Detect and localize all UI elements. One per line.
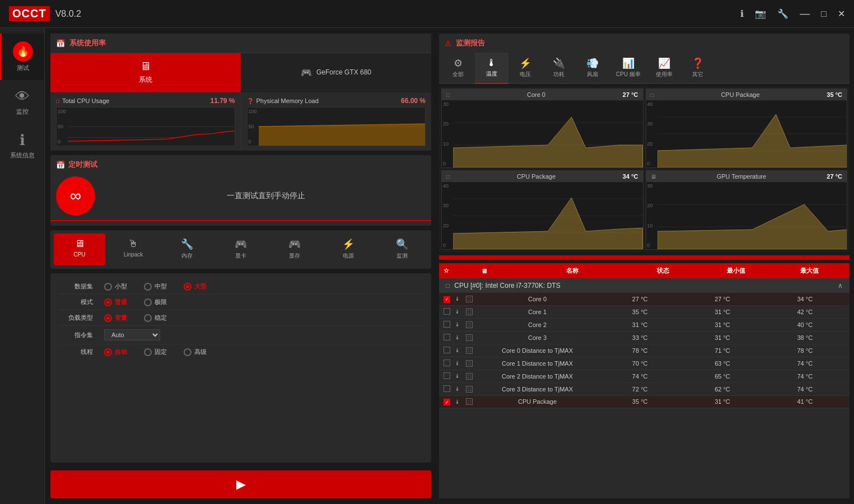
row8-check[interactable]: ✓ (444, 399, 450, 405)
logo: OCCT V8.0.2 (9, 6, 81, 21)
sidebar-item-monitor[interactable]: 👁 监控 (0, 80, 44, 124)
instruction-select[interactable]: Auto (104, 329, 160, 340)
radio-medium[interactable]: 中型 (144, 282, 167, 291)
monitor-tab-other[interactable]: ❓ 其它 (681, 53, 715, 84)
usage-tab-icon: 📈 (658, 57, 670, 69)
radio-advanced-thread-circle (184, 348, 192, 356)
row0-status: 27 °C (600, 296, 680, 302)
system-usage-header: 📅 系统使用率 (50, 34, 431, 53)
row1-icon2[interactable]: □ (466, 309, 473, 315)
row6-check[interactable] (444, 372, 450, 379)
row6-status: 74 °C (600, 373, 680, 380)
row8-min: 31 °C (682, 398, 762, 405)
config-mode: 模式 普通 极限 (59, 295, 422, 310)
test-tab-memory[interactable]: 🔧 内存 (161, 234, 213, 265)
table-row: 🌡 □ Core 1 35 °C 31 °C 42 °C (439, 306, 850, 319)
chart-gpu-temp-header: 🖥 GPU Temperature 27 °C (646, 171, 847, 182)
svg-marker-17 (453, 198, 643, 249)
row4-check[interactable] (444, 347, 450, 353)
row8-icon1: 🌡 (455, 399, 464, 405)
maximize-button[interactable]: □ (821, 9, 827, 19)
monitor-tab-all[interactable]: ⚙ 全部 (441, 53, 475, 84)
row5-check[interactable] (444, 360, 450, 366)
close-button[interactable]: ✕ (838, 8, 845, 19)
row1-status: 35 °C (600, 309, 680, 315)
test-type-tabs: 🖥 CPU 🖱 Linpack 🔧 内存 🎮 显卡 (50, 230, 431, 269)
radio-variable[interactable]: 变量 (104, 314, 127, 322)
table-row: 🌡 □ Core 2 31 °C 31 °C 40 °C (439, 319, 850, 332)
test-tab-gpu[interactable]: 🎮 显卡 (215, 234, 267, 265)
row3-icon2[interactable]: □ (466, 334, 473, 341)
row1-name: Core 1 (477, 309, 598, 315)
monitor-tabs: ⚙ 全部 🌡 温度 ⚡ 电压 🔌 功耗 (439, 53, 850, 84)
row5-icon2[interactable]: □ (466, 360, 473, 367)
chart-cpu-pkg-body: 4030200 (646, 100, 847, 167)
row6-icon2[interactable]: □ (466, 373, 473, 380)
settings-icon[interactable]: 🔧 (777, 8, 788, 19)
infinity-button[interactable]: ∞ (56, 176, 95, 216)
test-tab-monitor[interactable]: 🔍 监测 (376, 234, 428, 265)
radio-auto-thread[interactable]: 自动 (104, 348, 127, 356)
test-tab-linpack[interactable]: 🖱 Linpack (108, 234, 159, 265)
sidebar-label-sysinfo: 系统信息 (10, 151, 35, 160)
monitor-header-icon: ⚠ (445, 39, 451, 48)
right-panel: ⚠ 监测报告 ⚙ 全部 🌡 温度 ⚡ 电压 (437, 28, 854, 504)
row1-check[interactable] (444, 308, 450, 315)
power-tab-icon2: 🔌 (553, 57, 565, 69)
radio-small[interactable]: 小型 (104, 282, 127, 291)
row0-name: Core 0 (477, 296, 598, 302)
radio-extreme-circle (144, 298, 152, 306)
monitor-tab-freq[interactable]: 📊 CPU 频率 (609, 53, 647, 84)
row2-check[interactable] (444, 321, 450, 328)
mem-load-chart: 100500 (247, 107, 426, 146)
row4-icon2[interactable]: □ (466, 347, 473, 354)
start-button[interactable]: ▶ (50, 470, 431, 498)
radio-normal[interactable]: 普通 (104, 298, 127, 306)
monitor-tab-fan[interactable]: 💨 风扇 (576, 53, 609, 84)
row2-icon2[interactable]: □ (466, 321, 473, 328)
system-usage-section: 📅 系统使用率 🖥 系统 🎮 GeForce GTX 680 (50, 34, 431, 151)
monitor-tab-usage[interactable]: 📈 使用率 (647, 53, 681, 84)
row4-status: 78 °C (600, 347, 680, 354)
sidebar-label-monitor: 监控 (16, 108, 29, 116)
power-tab-icon: ⚡ (342, 238, 354, 250)
col-fav-header: ☆ (444, 267, 479, 274)
radio-extreme[interactable]: 极限 (144, 298, 167, 306)
row5-status: 70 °C (600, 360, 680, 367)
test-tab-power[interactable]: ⚡ 电源 (323, 234, 374, 265)
test-tab-cpu[interactable]: 🖥 CPU (54, 234, 105, 265)
sidebar-item-sysinfo[interactable]: ℹ 系统信息 (0, 124, 44, 167)
radio-fixed-thread[interactable]: 固定 (144, 348, 167, 356)
temp-tab-icon: 🌡 (487, 57, 497, 69)
tab-gpu[interactable]: 🎮 GeForce GTX 680 (241, 53, 431, 92)
horizontal-scrollbar[interactable] (439, 255, 850, 260)
table-row: ✓ 🌡 □ CPU Package 35 °C 31 °C 41 °C (439, 396, 850, 409)
radio-stable[interactable]: 稳定 (144, 314, 167, 322)
minimize-button[interactable]: — (800, 8, 810, 20)
row8-icon2[interactable]: □ (466, 398, 473, 405)
radio-large[interactable]: 大型 (184, 282, 207, 291)
screenshot-icon[interactable]: 📷 (755, 8, 766, 19)
cpu-usage-chart: 100500 (56, 107, 235, 146)
row7-check[interactable] (444, 385, 450, 392)
row2-icon1: 🌡 (455, 321, 464, 328)
tab-system[interactable]: 🖥 系统 (50, 53, 241, 92)
info-icon[interactable]: ℹ (740, 8, 744, 19)
radio-advanced-thread[interactable]: 高级 (184, 348, 207, 356)
row3-check[interactable] (444, 334, 450, 340)
row0-icon2[interactable]: □ (466, 296, 473, 302)
sidebar-item-test[interactable]: 🔥 测试 (0, 34, 44, 80)
monitor-tab-power[interactable]: 🔌 功耗 (542, 53, 576, 84)
row6-max: 74 °C (765, 373, 845, 380)
left-panel: 📅 系统使用率 🖥 系统 🎮 GeForce GTX 680 (45, 28, 437, 504)
cpu-usage-value: 11.79 % (210, 97, 235, 105)
memory-tab-icon: 🔧 (181, 238, 193, 250)
row2-status: 31 °C (600, 321, 680, 328)
test-tab-vram[interactable]: 🎮 显存 (269, 234, 320, 265)
monitor-tab-temp[interactable]: 🌡 温度 (475, 53, 508, 84)
row0-check[interactable]: ✓ (444, 296, 450, 303)
row7-icon2[interactable]: □ (466, 386, 473, 393)
collapse-icon[interactable]: ∧ (838, 282, 843, 290)
monitor-tab-voltage[interactable]: ⚡ 电压 (508, 53, 542, 84)
cpu-usage-stat: □ Total CPU Usage 11.79 % 100500 (50, 92, 241, 151)
